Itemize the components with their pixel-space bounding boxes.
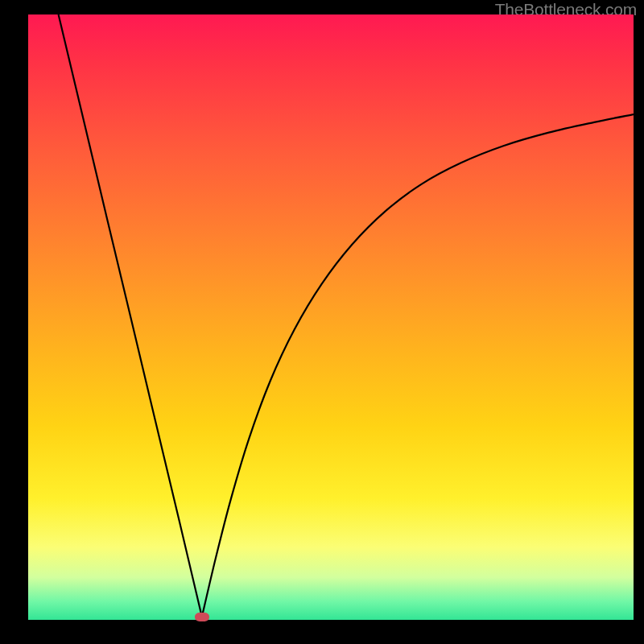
min-point-marker (195, 613, 209, 621)
curve-svg (28, 14, 634, 620)
plot-area (28, 14, 634, 620)
chart-frame: TheBottleneck.com (0, 0, 644, 644)
